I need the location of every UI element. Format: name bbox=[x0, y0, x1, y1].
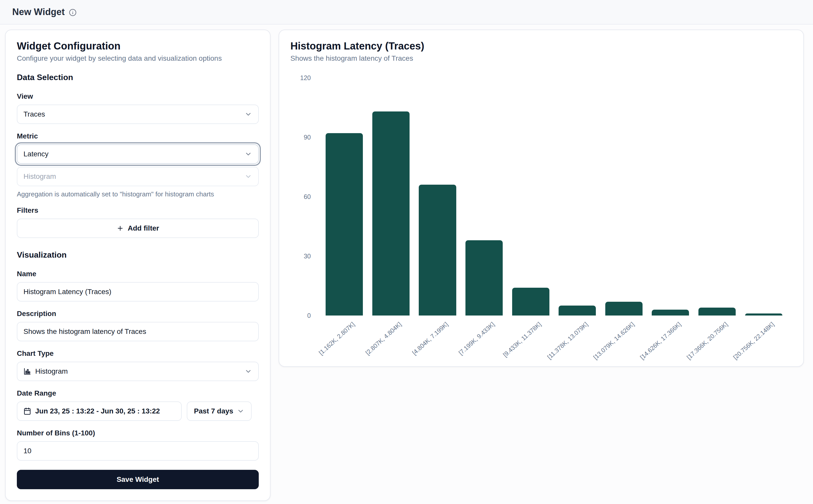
bar-slot bbox=[414, 78, 461, 316]
bar-slot bbox=[694, 78, 741, 316]
histogram-bar[interactable] bbox=[652, 310, 689, 316]
bins-label: Number of Bins (1-100) bbox=[17, 429, 259, 437]
y-tick-label: 0 bbox=[307, 312, 311, 319]
histogram-bar[interactable] bbox=[605, 302, 643, 316]
x-tick-label: [9.433K, 11.378K] bbox=[502, 321, 543, 358]
histogram-chart: 0306090120 [1.162K, 2.807K][2.807K, 4.80… bbox=[290, 78, 792, 356]
metric-label: Metric bbox=[17, 132, 259, 140]
main-content: Widget Configuration Configure your widg… bbox=[0, 24, 813, 504]
name-input-value: Histogram Latency (Traces) bbox=[23, 288, 111, 296]
bar-slot bbox=[740, 78, 787, 316]
metric-select-value: Latency bbox=[23, 150, 48, 158]
chart-type-label: Chart Type bbox=[17, 349, 259, 358]
add-filter-label: Add filter bbox=[128, 224, 159, 232]
view-select[interactable]: Traces bbox=[17, 105, 259, 124]
visualization-heading: Visualization bbox=[17, 250, 259, 260]
bar-slot bbox=[601, 78, 647, 316]
preview-card-title: Histogram Latency (Traces) bbox=[290, 40, 792, 52]
aggregation-select: Histogram bbox=[17, 167, 259, 186]
histogram-bar[interactable] bbox=[512, 288, 550, 316]
bar-slot bbox=[321, 78, 368, 316]
date-range-label: Date Range bbox=[17, 389, 259, 397]
app-window: New Widget Widget Configuration Configur… bbox=[0, 0, 813, 504]
y-axis: 0306090120 bbox=[290, 78, 315, 316]
description-field: Description Shows the histogram latency … bbox=[17, 310, 259, 341]
y-tick-label: 120 bbox=[300, 74, 311, 82]
histogram-bar[interactable] bbox=[698, 308, 736, 316]
histogram-bar[interactable] bbox=[372, 111, 410, 316]
plus-icon bbox=[117, 225, 124, 232]
histogram-bar[interactable] bbox=[466, 240, 503, 316]
histogram-bar[interactable] bbox=[559, 306, 596, 316]
date-range-button[interactable]: Jun 23, 25 : 13:22 - Jun 30, 25 : 13:22 bbox=[17, 401, 182, 421]
date-preset-value: Past 7 days bbox=[194, 407, 233, 415]
bins-input[interactable]: 10 bbox=[17, 441, 259, 461]
save-widget-button[interactable]: Save Widget bbox=[17, 470, 259, 489]
bar-slot bbox=[554, 78, 601, 316]
x-tick-label: [14.626K, 17.366K] bbox=[639, 321, 682, 361]
name-input[interactable]: Histogram Latency (Traces) bbox=[17, 282, 259, 301]
add-filter-button[interactable]: Add filter bbox=[17, 219, 259, 238]
name-field: Name Histogram Latency (Traces) bbox=[17, 270, 259, 301]
view-label: View bbox=[17, 92, 259, 100]
x-tick-label: [17.366K, 20.756K] bbox=[685, 321, 729, 361]
x-tick-label: [4.804K, 7.199K] bbox=[411, 321, 450, 356]
chevron-down-icon bbox=[237, 407, 244, 415]
y-tick-label: 60 bbox=[304, 193, 311, 200]
preview-card-subtitle: Shows the histogram latency of Traces bbox=[290, 54, 792, 62]
metric-select[interactable]: Latency bbox=[17, 144, 259, 164]
x-tick-label: [11.378K, 13.079K] bbox=[546, 321, 589, 361]
histogram-bar[interactable] bbox=[325, 133, 363, 316]
config-card-title: Widget Configuration bbox=[17, 40, 259, 52]
bar-chart-icon bbox=[23, 368, 31, 375]
bar-slot bbox=[507, 78, 554, 316]
y-tick-label: 90 bbox=[304, 134, 311, 141]
y-tick-label: 30 bbox=[304, 253, 311, 260]
description-label: Description bbox=[17, 310, 259, 318]
config-card-subtitle: Configure your widget by selecting data … bbox=[17, 54, 259, 62]
x-tick-label: [2.807K, 4.804K] bbox=[364, 321, 403, 356]
aggregation-note: Aggregation is automatically set to "his… bbox=[17, 190, 259, 198]
aggregation-select-value: Histogram bbox=[23, 172, 56, 181]
info-icon[interactable] bbox=[69, 9, 77, 16]
histogram-bar[interactable] bbox=[745, 313, 782, 316]
date-range-value: Jun 23, 25 : 13:22 - Jun 30, 25 : 13:22 bbox=[35, 407, 160, 415]
bins-input-value: 10 bbox=[23, 447, 31, 455]
page-title: New Widget bbox=[12, 7, 65, 17]
filters-field: Filters Add filter bbox=[17, 206, 259, 238]
view-select-value: Traces bbox=[23, 110, 45, 118]
calendar-icon bbox=[23, 407, 31, 415]
plot-area: [1.162K, 2.807K][2.807K, 4.804K][4.804K,… bbox=[321, 78, 787, 316]
x-tick-label: [13.079K, 14.626K] bbox=[592, 321, 636, 361]
filters-label: Filters bbox=[17, 206, 259, 215]
bins-field: Number of Bins (1-100) 10 bbox=[17, 429, 259, 461]
histogram-bar[interactable] bbox=[419, 185, 456, 316]
chevron-down-icon bbox=[244, 173, 252, 180]
description-input-value: Shows the histogram latency of Traces bbox=[23, 327, 146, 336]
x-tick-label: [7.199K, 9.433K] bbox=[457, 321, 496, 356]
chevron-down-icon bbox=[244, 150, 252, 158]
chevron-down-icon bbox=[244, 368, 252, 375]
chevron-down-icon bbox=[244, 110, 252, 118]
name-label: Name bbox=[17, 270, 259, 278]
widget-configuration-card: Widget Configuration Configure your widg… bbox=[5, 30, 270, 501]
bar-slot bbox=[368, 78, 415, 316]
metric-field: Metric Latency Histogram Aggregation is … bbox=[17, 132, 259, 198]
chart-type-field: Chart Type Histogram bbox=[17, 349, 259, 381]
bar-slot bbox=[647, 78, 694, 316]
view-field: View Traces bbox=[17, 92, 259, 124]
date-preset-select[interactable]: Past 7 days bbox=[187, 401, 252, 421]
chart-type-select[interactable]: Histogram bbox=[17, 362, 259, 381]
x-tick-label: [20.756K, 22.148K] bbox=[732, 321, 776, 361]
widget-preview-card: Histogram Latency (Traces) Shows the his… bbox=[279, 30, 804, 367]
data-selection-heading: Data Selection bbox=[17, 73, 259, 82]
bars-container bbox=[321, 78, 787, 316]
x-tick-label: [1.162K, 2.807K] bbox=[317, 321, 356, 356]
chart-type-select-value: Histogram bbox=[35, 367, 68, 375]
date-range-field: Date Range Jun 23, 25 : 13:22 - Jun 30, … bbox=[17, 389, 259, 421]
bar-slot bbox=[461, 78, 508, 316]
description-input[interactable]: Shows the histogram latency of Traces bbox=[17, 322, 259, 341]
page-header: New Widget bbox=[0, 0, 813, 24]
